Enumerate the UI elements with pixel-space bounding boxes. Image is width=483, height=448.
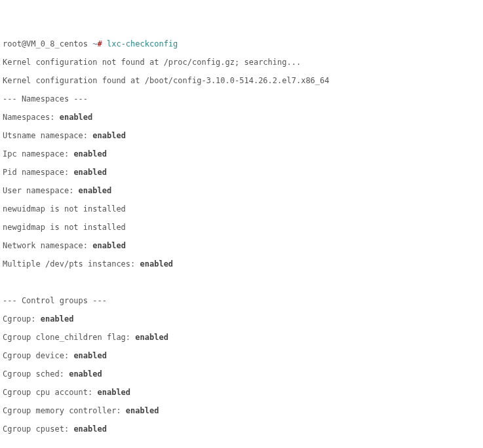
config-line: User namespace: enabled [3,186,480,195]
config-value: enabled [92,131,126,140]
section-header: --- Namespaces --- [3,94,480,103]
config-line: Cgroup device: enabled [3,351,480,360]
config-value: enabled [73,424,107,434]
config-label: Cgroup clone_children flag: [3,333,135,342]
config-label: Cgroup: [3,314,41,324]
config-line: Namespaces: enabled [3,113,480,122]
config-line: Cgroup clone_children flag: enabled [3,333,480,342]
blank-line [3,443,480,448]
config-label: Cgroup sched: [3,369,69,379]
config-line: Network namespace: enabled [3,241,480,250]
section-header: --- Control groups --- [3,296,480,305]
config-line: Cgroup: enabled [3,314,480,324]
config-label: Cgroup cpuset: [3,424,73,434]
command-text: lxc-checkconfig [107,39,178,48]
config-line: Cgroup cpu account: enabled [3,388,480,397]
config-label: Ipc namespace: [3,149,73,159]
prompt-cwd: ~ [92,39,97,48]
config-value: enabled [126,406,159,415]
blank-line [3,278,480,287]
config-line: Ipc namespace: enabled [3,149,480,159]
config-line: Cgroup sched: enabled [3,369,480,379]
config-label: Utsname namespace: [3,131,92,140]
config-value: enabled [79,186,112,195]
config-value: enabled [41,314,74,324]
config-label: Cgroup memory controller: [3,406,126,415]
config-label: Network namespace: [3,241,92,250]
config-label: Cgroup device: [3,351,73,360]
config-line: Pid namespace: enabled [3,168,480,177]
output-line: Kernel configuration not found at /proc/… [3,58,480,67]
prompt-user-host: root@VM_0_8_centos [3,39,92,48]
config-label: Pid namespace: [3,168,73,177]
config-label: Multiple /dev/pts instances: [3,259,140,269]
config-line: Multiple /dev/pts instances: enabled [3,259,480,269]
config-value: enabled [140,259,174,269]
output-line: Kernel configuration found at /boot/conf… [3,76,480,85]
prompt-symbol: # [98,39,107,48]
config-label: User namespace: [3,186,79,195]
config-label: Cgroup cpu account: [3,388,98,397]
config-line: Cgroup memory controller: enabled [3,406,480,415]
config-value: enabled [73,149,107,159]
config-value: enabled [69,369,102,379]
terminal-output: root@VM_0_8_centos ~# lxc-checkconfig Ke… [3,30,480,448]
config-value: enabled [73,168,107,177]
config-label: Namespaces: [3,113,60,122]
config-value: enabled [92,241,126,250]
prompt-line[interactable]: root@VM_0_8_centos ~# lxc-checkconfig [3,39,480,48]
config-value: enabled [98,388,131,397]
output-line: newgidmap is not installed [3,223,480,232]
config-line: Cgroup cpuset: enabled [3,424,480,434]
config-value: enabled [73,351,107,360]
output-line: newuidmap is not installed [3,204,480,214]
config-line: Utsname namespace: enabled [3,131,480,140]
config-value: enabled [60,113,93,122]
config-value: enabled [135,333,168,342]
